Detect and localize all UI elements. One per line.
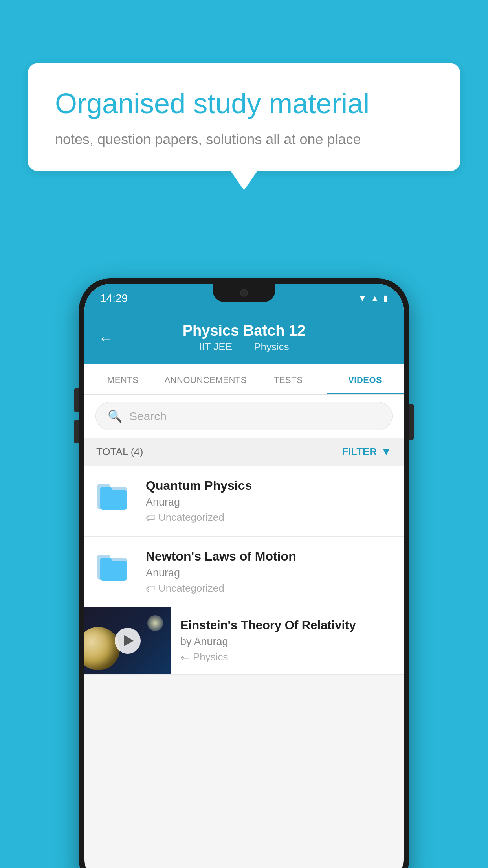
filter-button[interactable]: FILTER ▼	[342, 445, 392, 458]
tag-icon: 🏷	[180, 652, 190, 663]
video-tag: 🏷 Physics	[180, 651, 394, 663]
video-info: Quantum Physics Anurag 🏷 Uncategorized	[146, 478, 393, 524]
tab-ments[interactable]: MENTS	[84, 364, 161, 394]
volume-down-button	[74, 420, 79, 443]
tag-icon: 🏷	[146, 583, 155, 594]
video-title: Einstein's Theory Of Relativity	[180, 618, 394, 633]
svg-rect-6	[100, 561, 127, 581]
play-button[interactable]	[115, 628, 141, 654]
video-tag: 🏷 Uncategorized	[146, 582, 393, 594]
volume-up-button	[74, 388, 79, 412]
status-bar: 14:29 ▼ ▲ ▮	[84, 284, 404, 313]
wifi-icon: ▼	[358, 293, 367, 303]
list-item[interactable]: Einstein's Theory Of Relativity by Anura…	[84, 607, 404, 675]
folder-icon-area	[95, 549, 135, 585]
header-subtitle: IIT JEE Physics	[100, 341, 388, 353]
folder-icon-area	[95, 478, 135, 514]
tabs-bar: MENTS ANNOUNCEMENTS TESTS VIDEOS	[84, 364, 404, 395]
speech-bubble-subtitle: notes, question papers, solutions all at…	[55, 131, 433, 148]
header-subtitle-2: Physics	[254, 341, 289, 353]
search-placeholder: Search	[129, 410, 167, 423]
folder-icon	[95, 478, 131, 514]
thumbnail-planet	[84, 627, 120, 670]
speech-bubble: Organised study material notes, question…	[28, 63, 460, 171]
list-item[interactable]: Quantum Physics Anurag 🏷 Uncategorized	[84, 466, 404, 537]
back-button[interactable]: ←	[99, 330, 113, 347]
header-subtitle-1: IIT JEE	[199, 341, 232, 353]
status-icons: ▼ ▲ ▮	[358, 293, 388, 303]
status-time: 14:29	[100, 292, 128, 305]
video-info: Einstein's Theory Of Relativity by Anura…	[171, 607, 404, 674]
svg-rect-3	[100, 487, 112, 493]
folder-icon	[95, 549, 131, 585]
tag-label: Uncategorized	[158, 582, 224, 594]
video-author: Anurag	[146, 567, 393, 579]
phone-screen: 14:29 ▼ ▲ ▮ ← Physics Batch 12 IIT JEE P…	[84, 284, 404, 868]
svg-rect-7	[100, 558, 112, 564]
filter-label: FILTER	[342, 446, 377, 458]
video-author: by Anurag	[180, 636, 394, 648]
list-item[interactable]: Newton's Laws of Motion Anurag 🏷 Uncateg…	[84, 537, 404, 607]
video-info: Newton's Laws of Motion Anurag 🏷 Uncateg…	[146, 549, 393, 594]
tab-tests[interactable]: TESTS	[250, 364, 327, 394]
search-container: 🔍 Search	[84, 395, 404, 438]
video-tag: 🏷 Uncategorized	[146, 511, 393, 524]
thumbnail-glow	[147, 615, 163, 631]
filter-bar: TOTAL (4) FILTER ▼	[84, 438, 404, 466]
header-title: Physics Batch 12	[100, 322, 388, 339]
search-box[interactable]: 🔍 Search	[95, 402, 393, 430]
phone-notch	[213, 284, 275, 302]
video-title: Newton's Laws of Motion	[146, 549, 393, 564]
total-count: TOTAL (4)	[96, 446, 143, 458]
speech-bubble-title: Organised study material	[55, 86, 433, 120]
tag-label: Uncategorized	[158, 511, 224, 524]
filter-icon: ▼	[381, 445, 392, 458]
tag-label: Physics	[193, 651, 228, 663]
video-author: Anurag	[146, 496, 393, 508]
signal-icon: ▲	[371, 293, 379, 303]
tab-announcements[interactable]: ANNOUNCEMENTS	[161, 364, 250, 394]
front-camera	[240, 289, 248, 297]
power-button	[409, 404, 414, 440]
app-header: ← Physics Batch 12 IIT JEE Physics	[84, 313, 404, 364]
video-thumbnail	[84, 607, 171, 674]
tab-videos[interactable]: VIDEOS	[327, 364, 404, 394]
phone-frame: 14:29 ▼ ▲ ▮ ← Physics Batch 12 IIT JEE P…	[79, 278, 409, 868]
search-icon: 🔍	[108, 409, 122, 423]
battery-icon: ▮	[383, 293, 388, 303]
svg-rect-2	[100, 490, 127, 510]
tag-icon: 🏷	[146, 512, 155, 523]
video-title: Quantum Physics	[146, 478, 393, 493]
video-list: Quantum Physics Anurag 🏷 Uncategorized	[84, 466, 404, 675]
speech-bubble-container: Organised study material notes, question…	[28, 63, 460, 171]
